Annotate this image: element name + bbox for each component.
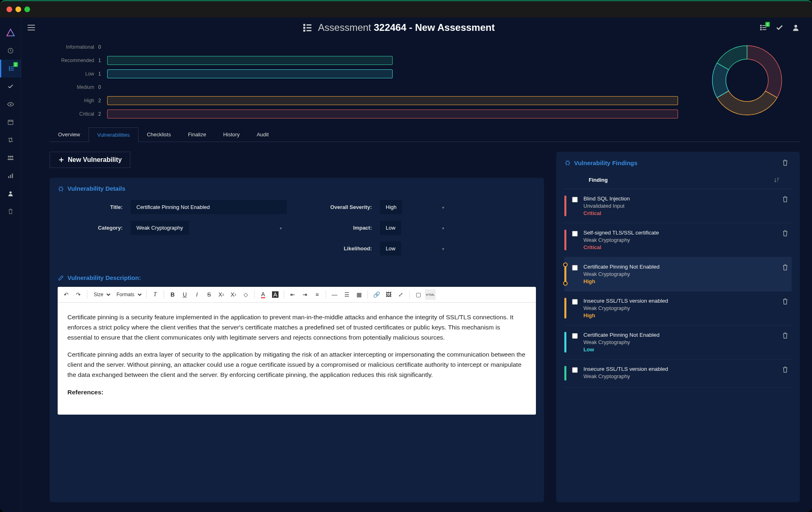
svg-rect-26 bbox=[762, 27, 766, 28]
maximize-window-dot[interactable] bbox=[24, 6, 30, 12]
svg-rect-18 bbox=[303, 30, 305, 32]
tab-overview[interactable]: Overview bbox=[50, 127, 89, 142]
svg-point-28 bbox=[795, 25, 797, 28]
svg-point-10 bbox=[10, 156, 12, 158]
select-impact[interactable]: Low bbox=[380, 221, 401, 235]
toolbar-underline[interactable]: U bbox=[179, 289, 190, 300]
finding-row[interactable]: Certificate Pinning Not EnabledWeak Cryp… bbox=[564, 257, 792, 291]
finding-checkbox[interactable] bbox=[572, 333, 578, 339]
close-window-dot[interactable] bbox=[6, 6, 12, 12]
finding-row[interactable]: Insecure SSL/TLS version enabledWeak Cry… bbox=[564, 359, 792, 387]
sidebar-item-dashboard[interactable] bbox=[0, 42, 21, 60]
delete-all-findings-button[interactable] bbox=[782, 159, 788, 166]
toolbar-indent[interactable]: ⇥ bbox=[300, 289, 310, 300]
finding-checkbox[interactable] bbox=[572, 197, 578, 202]
tab-history[interactable]: History bbox=[215, 127, 248, 142]
top-actions: 2 bbox=[759, 24, 800, 32]
toolbar-outdent[interactable]: ⇤ bbox=[287, 289, 298, 300]
select-category[interactable]: Weak Cryptography bbox=[131, 221, 189, 235]
toolbar-undo[interactable]: ↶ bbox=[61, 289, 71, 300]
input-title[interactable] bbox=[131, 200, 287, 214]
toolbar-image[interactable]: 🖼 bbox=[383, 289, 394, 300]
finding-checkbox[interactable] bbox=[572, 265, 578, 271]
sidebar-logo[interactable] bbox=[0, 24, 21, 42]
toolbar-redo[interactable]: ↷ bbox=[73, 289, 84, 300]
topbar-user-icon[interactable] bbox=[792, 24, 800, 32]
minimize-window-dot[interactable] bbox=[15, 6, 21, 12]
toolbar-italic[interactable]: I bbox=[192, 289, 202, 300]
finding-checkbox[interactable] bbox=[572, 299, 578, 305]
label-likelihood: Likelihood: bbox=[307, 245, 372, 252]
delete-finding-button[interactable] bbox=[782, 298, 788, 305]
toolbar-code-view[interactable]: HTML bbox=[425, 289, 436, 300]
toolbar-superscript[interactable]: X2 bbox=[228, 289, 239, 300]
topbar-check-icon[interactable] bbox=[775, 24, 784, 32]
finding-checkbox[interactable] bbox=[572, 367, 578, 373]
delete-finding-button[interactable] bbox=[782, 196, 788, 203]
sidebar-item-retweet[interactable] bbox=[0, 131, 21, 149]
sidebar-item-analytics[interactable] bbox=[0, 167, 21, 185]
finding-row[interactable]: Self-signed TLS/SSL certificateWeak Cryp… bbox=[564, 223, 792, 257]
select-severity[interactable]: High bbox=[380, 200, 402, 214]
toolbar-show-blocks[interactable]: ▢ bbox=[413, 289, 423, 300]
toolbar-fullscreen[interactable]: ⤢ bbox=[395, 289, 406, 300]
toolbar-bold[interactable]: B bbox=[167, 289, 178, 300]
toolbar-table[interactable]: ▦ bbox=[354, 289, 364, 300]
bar-row-critical: Critical2 bbox=[50, 107, 678, 120]
editor-body[interactable]: Certificate pinning is a security featur… bbox=[58, 303, 536, 415]
toolbar-strike[interactable]: S bbox=[204, 289, 214, 300]
toolbar-formats-select[interactable]: Formats bbox=[113, 290, 143, 299]
topbar-assessments-icon[interactable]: 2 bbox=[759, 24, 767, 32]
delete-finding-button[interactable] bbox=[782, 366, 788, 373]
tab-vulnerabilities[interactable]: Vulnerabilities bbox=[89, 127, 138, 142]
svg-point-11 bbox=[11, 156, 13, 158]
sort-button[interactable] bbox=[774, 177, 780, 183]
toolbar-size-select[interactable]: Size bbox=[91, 290, 112, 299]
toolbar-clear-format[interactable]: T bbox=[150, 289, 160, 300]
editor-toolbar: ↶ ↷ Size Formats T B U I bbox=[58, 287, 536, 303]
delete-finding-button[interactable] bbox=[782, 332, 788, 339]
tab-checklists[interactable]: Checklists bbox=[138, 127, 179, 142]
label-severity: Overall Severity: bbox=[307, 204, 372, 210]
delete-finding-button[interactable] bbox=[782, 264, 788, 271]
sidebar-item-users[interactable] bbox=[0, 149, 21, 167]
finding-severity: High bbox=[583, 312, 776, 318]
sidebar-item-view[interactable] bbox=[0, 95, 21, 113]
sidebar-item-trash[interactable] bbox=[0, 202, 21, 220]
sidebar-item-calendar[interactable] bbox=[0, 113, 21, 131]
toolbar-text-color[interactable]: A bbox=[258, 289, 268, 300]
svg-rect-19 bbox=[307, 24, 311, 26]
toolbar-align[interactable]: ≡ bbox=[312, 289, 322, 300]
svg-rect-8 bbox=[8, 120, 13, 125]
menu-toggle[interactable] bbox=[25, 22, 37, 34]
sidebar: 2 bbox=[0, 17, 21, 512]
sidebar-item-user[interactable] bbox=[0, 185, 21, 202]
finding-row[interactable]: Blind SQL InjectionUnvalidated InputCrit… bbox=[564, 189, 792, 223]
finding-row[interactable]: Insecure SSL/TLS version enabledWeak Cry… bbox=[564, 291, 792, 325]
label-impact: Impact: bbox=[307, 225, 372, 231]
finding-checkbox[interactable] bbox=[572, 231, 578, 237]
toolbar-bg-color[interactable]: A bbox=[270, 289, 281, 300]
select-likelihood[interactable]: Low bbox=[380, 241, 401, 256]
toolbar-subscript[interactable]: X2 bbox=[216, 289, 227, 300]
bug-icon bbox=[564, 159, 571, 166]
new-vulnerability-button[interactable]: New Vulnerability bbox=[50, 152, 130, 168]
svg-point-30 bbox=[566, 161, 569, 165]
delete-finding-button[interactable] bbox=[782, 230, 788, 237]
toolbar-list[interactable]: ☰ bbox=[341, 289, 352, 300]
sidebar-item-approve[interactable] bbox=[0, 77, 21, 95]
toolbar-eraser[interactable]: ◇ bbox=[240, 289, 251, 300]
findings-header-row: Finding bbox=[564, 174, 792, 189]
finding-category: Unvalidated Input bbox=[583, 203, 776, 209]
svg-point-29 bbox=[59, 187, 63, 190]
tab-audit[interactable]: Audit bbox=[248, 127, 277, 142]
svg-rect-23 bbox=[760, 27, 761, 28]
toolbar-hr[interactable]: — bbox=[329, 289, 340, 300]
finding-severity: High bbox=[583, 278, 776, 284]
finding-row[interactable]: Certificate Pinning Not EnabledWeak Cryp… bbox=[564, 325, 792, 359]
finding-category: Weak Cryptography bbox=[583, 339, 776, 345]
toolbar-link[interactable]: 🔗 bbox=[371, 289, 382, 300]
sidebar-item-assessments[interactable]: 2 bbox=[0, 60, 21, 77]
finding-severity: Critical bbox=[583, 244, 776, 250]
tab-finalize[interactable]: Finalize bbox=[179, 127, 215, 142]
